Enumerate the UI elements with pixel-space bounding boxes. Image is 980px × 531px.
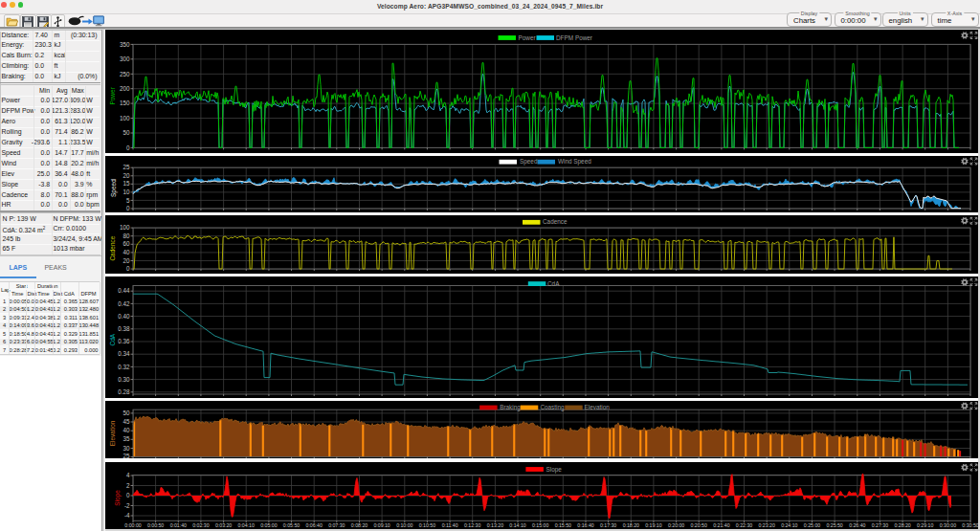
- svg-text:0:03:20: 0:03:20: [214, 522, 231, 528]
- svg-text:50: 50: [122, 409, 129, 416]
- svg-text:20: 20: [122, 171, 129, 178]
- svg-text:0:20:00: 0:20:00: [667, 522, 683, 528]
- svg-text:0: 0: [125, 492, 129, 498]
- svg-text:30: 30: [122, 444, 129, 451]
- svg-text:Slope: Slope: [114, 489, 122, 505]
- svg-text:150: 150: [119, 100, 129, 106]
- svg-text:Wind Speed: Wind Speed: [557, 158, 590, 166]
- svg-text:0:13:20: 0:13:20: [486, 522, 502, 528]
- svg-text:0.44: 0.44: [118, 287, 130, 294]
- svg-text:Power: Power: [518, 34, 536, 41]
- svg-text:0:10:50: 0:10:50: [418, 522, 434, 528]
- svg-text:50: 50: [122, 129, 130, 136]
- svg-text:0:16:40: 0:16:40: [577, 522, 593, 528]
- svg-text:0:15:00: 0:15:00: [532, 522, 548, 528]
- svg-text:25: 25: [122, 453, 129, 459]
- svg-text:0: 0: [125, 144, 129, 151]
- svg-text:0: 0: [126, 266, 130, 273]
- svg-text:0:25:00: 0:25:00: [803, 522, 819, 528]
- svg-text:-2: -2: [123, 501, 129, 508]
- svg-text:0.32: 0.32: [118, 364, 130, 370]
- svg-text:0:12:30: 0:12:30: [464, 522, 480, 528]
- svg-text:5: 5: [126, 196, 130, 203]
- svg-text:35: 35: [122, 435, 129, 442]
- svg-text:0:23:20: 0:23:20: [758, 522, 774, 528]
- svg-text:45: 45: [122, 418, 129, 425]
- svg-text:10: 10: [122, 188, 129, 195]
- svg-text:0:01:40: 0:01:40: [169, 522, 186, 528]
- svg-text:DFPM Power: DFPM Power: [556, 34, 593, 41]
- svg-text:0:27:30: 0:27:30: [871, 522, 887, 528]
- svg-text:4: 4: [125, 472, 129, 478]
- svg-text:0:21:40: 0:21:40: [713, 522, 729, 528]
- svg-text:25: 25: [122, 164, 129, 170]
- svg-text:250: 250: [119, 71, 129, 77]
- svg-text:0:18:20: 0:18:20: [622, 522, 638, 528]
- svg-text:0:19:10: 0:19:10: [645, 522, 661, 528]
- svg-text:Speed: Speed: [109, 178, 117, 196]
- svg-text:0:14:10: 0:14:10: [509, 522, 525, 528]
- svg-text:0:05:00: 0:05:00: [260, 522, 277, 528]
- svg-text:0.40: 0.40: [118, 313, 130, 320]
- svg-text:0.28: 0.28: [118, 388, 130, 395]
- svg-text:0:00:50: 0:00:50: [146, 522, 163, 528]
- svg-text:Braking: Braking: [500, 404, 521, 411]
- svg-text:0:04:10: 0:04:10: [237, 522, 254, 528]
- svg-text:0:25:50: 0:25:50: [826, 522, 842, 528]
- svg-text:0:09:10: 0:09:10: [373, 522, 390, 528]
- svg-text:0:02:30: 0:02:30: [192, 522, 209, 528]
- svg-text:-4: -4: [123, 512, 129, 519]
- svg-text:Elevation: Elevation: [108, 420, 115, 446]
- svg-text:100: 100: [120, 225, 130, 232]
- svg-text:0:00:00: 0:00:00: [124, 522, 141, 528]
- svg-text:Coasting: Coasting: [540, 404, 565, 411]
- svg-text:0:11:40: 0:11:40: [441, 522, 457, 528]
- svg-text:100: 100: [119, 115, 129, 122]
- svg-text:300: 300: [119, 55, 129, 62]
- svg-text:200: 200: [119, 85, 129, 92]
- svg-text:Slope: Slope: [546, 465, 562, 473]
- svg-text:0.30: 0.30: [118, 376, 130, 383]
- svg-text:60: 60: [122, 241, 129, 248]
- svg-text:0.36: 0.36: [118, 338, 130, 344]
- svg-text:0: 0: [126, 205, 130, 211]
- svg-text:0:26:40: 0:26:40: [849, 522, 865, 528]
- svg-text:0:07:30: 0:07:30: [328, 522, 345, 528]
- svg-text:0:30:50: 0:30:50: [962, 522, 978, 528]
- svg-text:0:28:20: 0:28:20: [894, 522, 910, 528]
- svg-text:0.34: 0.34: [118, 350, 130, 357]
- svg-text:0.38: 0.38: [118, 325, 130, 332]
- svg-text:0:20:50: 0:20:50: [690, 522, 706, 528]
- svg-text:Elevation: Elevation: [584, 404, 610, 410]
- svg-text:Power: Power: [109, 86, 116, 104]
- svg-text:0:17:30: 0:17:30: [599, 522, 615, 528]
- svg-text:350: 350: [119, 41, 129, 48]
- svg-text:0:10:00: 0:10:00: [396, 522, 412, 528]
- svg-text:0:30:00: 0:30:00: [939, 522, 955, 528]
- svg-text:CdA: CdA: [546, 280, 559, 287]
- svg-text:40: 40: [122, 249, 129, 255]
- svg-text:2: 2: [125, 481, 129, 488]
- svg-text:0:29:10: 0:29:10: [917, 522, 933, 528]
- svg-text:0:24:10: 0:24:10: [781, 522, 797, 528]
- svg-text:15: 15: [122, 180, 129, 187]
- svg-text:0:15:50: 0:15:50: [554, 522, 570, 528]
- svg-text:0:08:20: 0:08:20: [350, 522, 367, 528]
- svg-text:CdA: CdA: [108, 333, 115, 345]
- svg-text:40: 40: [122, 427, 129, 433]
- svg-text:Cadence: Cadence: [542, 219, 567, 226]
- svg-text:0:05:50: 0:05:50: [282, 522, 299, 528]
- svg-text:Speed: Speed: [520, 158, 538, 166]
- svg-text:0.42: 0.42: [118, 300, 130, 307]
- svg-text:20: 20: [122, 257, 129, 264]
- svg-text:0:22:30: 0:22:30: [735, 522, 751, 528]
- svg-text:0:06:40: 0:06:40: [305, 522, 322, 528]
- svg-text:Cadence: Cadence: [108, 236, 115, 261]
- svg-text:80: 80: [122, 232, 129, 239]
